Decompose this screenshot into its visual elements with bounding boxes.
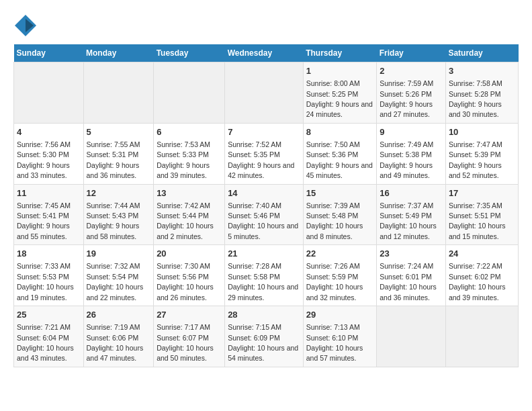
day-sunset: Sunset: 5:28 PM: [449, 90, 501, 98]
day-sunset: Sunset: 6:02 PM: [449, 273, 501, 281]
calendar-cell: 19 Sunrise: 7:32 AM Sunset: 5:54 PM Dayl…: [83, 245, 154, 306]
day-sunset: Sunset: 5:39 PM: [449, 150, 501, 158]
day-number: 26: [87, 309, 151, 321]
day-sunrise: Sunrise: 7:49 AM: [380, 140, 433, 148]
calendar-cell: 12 Sunrise: 7:44 AM Sunset: 5:43 PM Dayl…: [83, 184, 154, 245]
calendar-cell: [377, 306, 446, 367]
day-daylight: Daylight: 9 hours and 49 minutes.: [380, 161, 433, 179]
header-row: Sunday Monday Tuesday Wednesday Thursday…: [14, 44, 519, 62]
week-row-2: 11 Sunrise: 7:45 AM Sunset: 5:41 PM Dayl…: [14, 184, 519, 245]
calendar-cell: 14 Sunrise: 7:40 AM Sunset: 5:46 PM Dayl…: [225, 184, 304, 245]
calendar-cell: 11 Sunrise: 7:45 AM Sunset: 5:41 PM Dayl…: [14, 184, 84, 245]
day-number: 19: [87, 248, 151, 260]
day-number: 25: [17, 309, 81, 321]
day-sunset: Sunset: 5:56 PM: [157, 273, 209, 281]
day-daylight: Daylight: 9 hours and 52 minutes.: [449, 161, 502, 179]
week-row-3: 18 Sunrise: 7:33 AM Sunset: 5:53 PM Dayl…: [14, 245, 519, 306]
day-sunrise: Sunrise: 7:13 AM: [306, 323, 360, 331]
day-sunrise: Sunrise: 7:59 AM: [380, 79, 433, 87]
day-sunset: Sunset: 5:26 PM: [380, 90, 432, 98]
day-number: 20: [157, 248, 222, 260]
day-daylight: Daylight: 10 hours and 43 minutes.: [17, 344, 74, 362]
day-sunset: Sunset: 5:31 PM: [87, 150, 139, 158]
day-sunset: Sunset: 5:38 PM: [380, 150, 432, 158]
calendar-cell: 4 Sunrise: 7:56 AM Sunset: 5:30 PM Dayli…: [14, 123, 84, 184]
day-number: 3: [449, 65, 515, 77]
day-number: 23: [380, 248, 443, 260]
day-sunrise: Sunrise: 7:37 AM: [380, 201, 433, 210]
calendar-cell: 27 Sunrise: 7:17 AM Sunset: 6:07 PM Dayl…: [154, 306, 225, 367]
day-sunset: Sunset: 5:51 PM: [449, 212, 501, 220]
calendar-cell: 2 Sunrise: 7:59 AM Sunset: 5:26 PM Dayli…: [377, 62, 446, 124]
day-daylight: Daylight: 9 hours and 30 minutes.: [449, 100, 502, 118]
calendar-cell: 24 Sunrise: 7:22 AM Sunset: 6:02 PM Dayl…: [445, 245, 518, 306]
week-row-1: 4 Sunrise: 7:56 AM Sunset: 5:30 PM Dayli…: [14, 123, 519, 184]
calendar-cell: 10 Sunrise: 7:47 AM Sunset: 5:39 PM Dayl…: [445, 123, 518, 184]
day-sunrise: Sunrise: 7:26 AM: [306, 262, 360, 270]
day-sunset: Sunset: 5:54 PM: [87, 273, 139, 281]
day-daylight: Daylight: 9 hours and 24 minutes.: [306, 100, 373, 118]
col-sunday: Sunday: [14, 44, 84, 62]
day-number: 13: [157, 187, 222, 199]
day-sunset: Sunset: 5:35 PM: [228, 150, 280, 158]
day-number: 1: [306, 65, 374, 77]
calendar-cell: 26 Sunrise: 7:19 AM Sunset: 6:06 PM Dayl…: [83, 306, 154, 367]
day-sunrise: Sunrise: 7:30 AM: [157, 262, 210, 270]
col-monday: Monday: [83, 44, 154, 62]
calendar-cell: 21 Sunrise: 7:28 AM Sunset: 5:58 PM Dayl…: [225, 245, 304, 306]
day-sunrise: Sunrise: 7:40 AM: [228, 201, 281, 210]
day-number: 6: [157, 126, 222, 138]
col-thursday: Thursday: [303, 44, 377, 62]
day-number: 4: [17, 126, 81, 138]
day-sunrise: Sunrise: 7:32 AM: [87, 262, 140, 270]
day-sunset: Sunset: 5:25 PM: [306, 90, 359, 98]
calendar-body: 1 Sunrise: 8:00 AM Sunset: 5:25 PM Dayli…: [14, 62, 519, 367]
day-daylight: Daylight: 9 hours and 58 minutes.: [87, 222, 140, 240]
week-row-4: 25 Sunrise: 7:21 AM Sunset: 6:04 PM Dayl…: [14, 306, 519, 367]
day-daylight: Daylight: 9 hours and 45 minutes.: [306, 161, 373, 179]
day-sunrise: Sunrise: 7:24 AM: [380, 262, 433, 270]
day-number: 22: [306, 248, 374, 260]
day-sunrise: Sunrise: 7:50 AM: [306, 140, 360, 148]
day-sunset: Sunset: 5:48 PM: [306, 212, 359, 220]
day-sunrise: Sunrise: 7:56 AM: [17, 140, 71, 148]
day-number: 12: [87, 187, 151, 199]
day-sunset: Sunset: 5:59 PM: [306, 273, 359, 281]
calendar-header: Sunday Monday Tuesday Wednesday Thursday…: [14, 44, 519, 62]
day-sunrise: Sunrise: 7:58 AM: [449, 79, 502, 87]
day-daylight: Daylight: 9 hours and 55 minutes.: [17, 222, 70, 240]
day-sunset: Sunset: 6:01 PM: [380, 273, 432, 281]
day-sunrise: Sunrise: 7:35 AM: [449, 201, 502, 210]
logo: [13, 13, 42, 38]
day-sunset: Sunset: 5:46 PM: [228, 212, 280, 220]
day-sunrise: Sunrise: 7:33 AM: [17, 262, 71, 270]
col-friday: Friday: [377, 44, 446, 62]
calendar-cell: 7 Sunrise: 7:52 AM Sunset: 5:35 PM Dayli…: [225, 123, 304, 184]
day-sunset: Sunset: 5:49 PM: [380, 212, 432, 220]
calendar-cell: 25 Sunrise: 7:21 AM Sunset: 6:04 PM Dayl…: [14, 306, 84, 367]
calendar-cell: 1 Sunrise: 8:00 AM Sunset: 5:25 PM Dayli…: [303, 62, 377, 124]
week-row-0: 1 Sunrise: 8:00 AM Sunset: 5:25 PM Dayli…: [14, 62, 519, 124]
calendar-cell: [154, 62, 225, 124]
calendar-cell: 6 Sunrise: 7:53 AM Sunset: 5:33 PM Dayli…: [154, 123, 225, 184]
day-daylight: Daylight: 10 hours and 47 minutes.: [87, 344, 144, 362]
calendar-cell: [83, 62, 154, 124]
day-number: 9: [380, 126, 443, 138]
day-daylight: Daylight: 10 hours and 22 minutes.: [87, 283, 144, 301]
day-daylight: Daylight: 10 hours and 8 minutes.: [306, 222, 363, 240]
calendar-cell: 20 Sunrise: 7:30 AM Sunset: 5:56 PM Dayl…: [154, 245, 225, 306]
day-sunset: Sunset: 6:07 PM: [157, 334, 209, 342]
day-number: 11: [17, 187, 81, 199]
calendar-cell: 23 Sunrise: 7:24 AM Sunset: 6:01 PM Dayl…: [377, 245, 446, 306]
day-sunset: Sunset: 6:06 PM: [87, 334, 139, 342]
day-number: 24: [449, 248, 515, 260]
calendar-cell: 28 Sunrise: 7:15 AM Sunset: 6:09 PM Dayl…: [225, 306, 304, 367]
calendar-cell: 15 Sunrise: 7:39 AM Sunset: 5:48 PM Dayl…: [303, 184, 377, 245]
day-number: 10: [449, 126, 515, 138]
day-number: 28: [228, 309, 300, 321]
calendar-cell: 29 Sunrise: 7:13 AM Sunset: 6:10 PM Dayl…: [303, 306, 377, 367]
day-daylight: Daylight: 10 hours and 26 minutes.: [157, 283, 214, 301]
day-daylight: Daylight: 9 hours and 27 minutes.: [380, 100, 433, 118]
day-sunrise: Sunrise: 7:44 AM: [87, 201, 140, 210]
day-sunrise: Sunrise: 7:47 AM: [449, 140, 502, 148]
